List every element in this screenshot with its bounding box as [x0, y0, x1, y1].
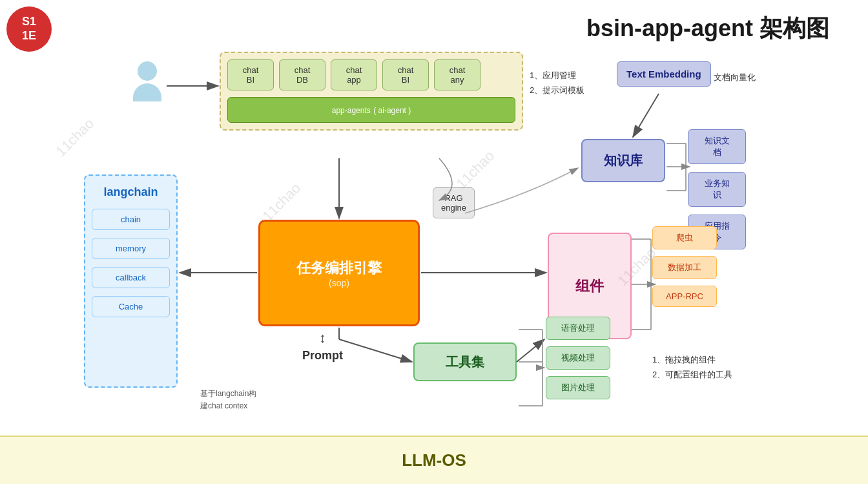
chat-boxes-row: chatBI chatDB chatapp chatBI chatany	[227, 59, 515, 90]
prompt-arrow-up: ↕	[319, 330, 326, 346]
tool-item-voice: 语音处理	[546, 317, 610, 340]
chat-box-any: chatany	[434, 59, 480, 90]
rag-line2: engine	[441, 203, 466, 213]
chat-box-bi2: chatBI	[382, 59, 429, 90]
tool-items: 语音处理 视频处理 图片处理	[546, 317, 610, 399]
langchain-base-text: 基于langchain构 建chat contex	[200, 388, 256, 412]
component-item-crawler: 爬虫	[652, 226, 717, 249]
langchain-base-line2: 建chat contex	[200, 400, 256, 412]
svg-line-4	[633, 94, 659, 137]
langchain-item-cache: Cache	[92, 296, 170, 317]
svg-line-8	[517, 339, 544, 362]
knowledge-box: 知识库	[581, 139, 665, 182]
main-title: bsin-app-agent 架构图	[586, 13, 829, 45]
langchain-item-chain: chain	[92, 209, 170, 230]
task-engine-title: 任务编排引擎	[296, 258, 382, 278]
toolset-label: 工具集	[446, 353, 484, 371]
task-engine-sub: (sop)	[329, 278, 349, 288]
logo: S1 1E	[6, 6, 52, 52]
langchain-base-line1: 基于langchain构	[200, 388, 256, 400]
tool-item-video: 视频处理	[546, 346, 610, 370]
prompt-label: Prompt	[302, 349, 343, 363]
chat-boxes-container: chatBI chatDB chatapp chatBI chatany app…	[220, 52, 523, 131]
chat-box-db: chatDB	[279, 59, 326, 90]
rag-line1: RAG	[441, 193, 466, 203]
llm-os-bar: LLM-OS	[0, 436, 868, 484]
note-line1: 1、应用管理	[530, 68, 584, 83]
notes-right: 1、应用管理 2、提示词模板	[530, 68, 584, 98]
rag-box: RAG engine	[433, 187, 475, 218]
toolset-box: 工具集	[413, 342, 517, 381]
watermark-2: 11chao	[259, 180, 304, 224]
text-embedding-label: Text Embedding	[626, 68, 701, 79]
svg-line-7	[339, 339, 412, 362]
component-item-data: 数据加工	[652, 256, 717, 279]
text-embedding-note: 文档向量化	[714, 72, 756, 83]
tool-note-line2: 2、可配置组件的工具	[652, 367, 732, 382]
knowledge-item-0: 知识文档	[688, 129, 746, 164]
langchain-box: langchain chain memory callback Cache	[84, 174, 178, 388]
langchain-item-memory: memory	[92, 238, 170, 259]
task-engine-box: 任务编排引擎 (sop)	[258, 220, 420, 326]
llm-os-label: LLM-OS	[402, 450, 466, 470]
watermark-3: 11chao	[453, 147, 497, 192]
app-agents-label: app-agents	[332, 106, 371, 115]
app-agents-box: app-agents ( ai-agent )	[227, 97, 515, 123]
langchain-title: langchain	[92, 185, 170, 199]
knowledge-item-1: 业务知识	[688, 172, 746, 207]
tool-note-line1: 1、拖拉拽的组件	[652, 352, 732, 367]
tool-item-image: 图片处理	[546, 376, 610, 399]
note-line2: 2、提示词模板	[530, 83, 584, 98]
component-label: 组件	[575, 277, 604, 296]
chat-box-bi1: chatBI	[227, 59, 274, 90]
component-item-rpc: APP-RPC	[652, 286, 717, 307]
langchain-item-callback: callback	[92, 267, 170, 288]
component-items: 爬虫 数据加工 APP-RPC	[652, 226, 717, 307]
text-embedding-box: Text Embedding	[617, 61, 711, 87]
watermark-1: 11chao	[52, 115, 97, 160]
prompt-area: ↕ Prompt	[302, 330, 343, 363]
tool-notes: 1、拖拉拽的组件 2、可配置组件的工具	[652, 352, 732, 383]
chat-box-app: chatapp	[331, 59, 377, 90]
user-icon	[129, 61, 165, 107]
knowledge-label: 知识库	[604, 153, 643, 167]
app-agents-sub: ( ai-agent )	[373, 106, 411, 115]
